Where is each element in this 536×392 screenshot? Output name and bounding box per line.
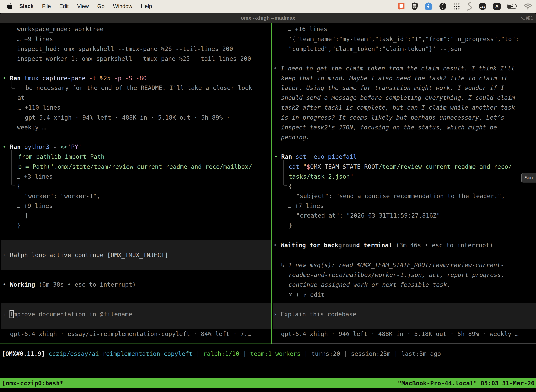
tmux-session-label[interactable]: [omx-cczip0:bash*: [0, 378, 63, 388]
terminal-line: … +110 lines: [17, 103, 61, 112]
terminal-line: gpt-5.4 xhigh · essay/ai-reimplementatio…: [10, 329, 251, 339]
battery-61-icon[interactable]: ..61: [479, 2, 487, 10]
terminal-line: • I need to get the claim token from the…: [273, 63, 515, 73]
snake-icon[interactable]: [467, 2, 472, 10]
terminal-line: "subject": "send a concise recommendatio…: [296, 191, 505, 201]
a-key-icon[interactable]: A: [493, 2, 501, 10]
terminal-line: tasks/task-2.json": [289, 172, 353, 182]
screen: SlackFileEditViewGoWindowHelp ..61: [0, 0, 536, 392]
left-pane-bottom-border: [0, 344, 272, 344]
terminal-line: › Improve documentation in @filename: [3, 309, 132, 319]
terminal-line: "created_at": "2026-03-31T11:59:27.816Z": [296, 210, 440, 220]
dots-grid-icon[interactable]: [453, 2, 460, 10]
menu-item-view[interactable]: View: [77, 3, 89, 9]
screenshot-notification[interactable]: Scre: [521, 173, 536, 182]
terminal-line: … +9 lines: [17, 34, 53, 44]
chat-bubble-icon[interactable]: [397, 2, 405, 10]
terminal-line: • Ran python3 - <<'PY': [3, 142, 82, 152]
terminal-line: ⌥ + ↑ edit: [289, 290, 325, 300]
window-shortcut-badge: ⌥⌘1: [519, 15, 534, 21]
terminal-line: from pathlib import Path: [18, 152, 105, 162]
crescent-circle-icon[interactable]: [439, 2, 447, 10]
terminal-line: [OMX#0.11.9] cczip/essay/ai-reimplementa…: [2, 349, 441, 359]
apple-menu-icon[interactable]: [7, 2, 14, 10]
output-gutter-line: [11, 150, 15, 186]
terminal-line: › Explain this codebase: [273, 309, 356, 319]
menu-item-go[interactable]: Go: [97, 3, 105, 9]
terminal-line: {: [17, 181, 21, 191]
terminal-line: inspect task2's JSON, focusing on the st…: [281, 122, 497, 132]
menu-item-help[interactable]: Help: [141, 3, 152, 9]
pane-divider[interactable]: [271, 23, 272, 344]
terminal-line: {: [289, 181, 292, 191]
shield-grid-icon[interactable]: [411, 2, 418, 10]
terminal-line: should send a message before completing …: [281, 93, 515, 103]
terminal-line: … +16 lines: [288, 24, 327, 34]
terminal-line: be necessary for the end of the README. …: [25, 83, 252, 93]
terminal-line: "completed","claim_token":"claim-token"}…: [289, 44, 461, 54]
menu-item-slack[interactable]: Slack: [19, 3, 34, 9]
terminal-line: gpt-5.4 xhigh · 94% left · 488K in · 5.1…: [25, 112, 230, 122]
terminal-line: … +9 lines: [17, 201, 53, 211]
terminal-line: • Waiting for background terminal (3m 46…: [273, 240, 493, 250]
terminal-line: task2 after task1 is complete, but can I…: [281, 103, 515, 112]
output-gutter-line: [283, 160, 287, 186]
menu-bar: SlackFileEditViewGoWindowHelp ..61: [0, 0, 536, 13]
terminal-line: gpt-5.4 xhigh · 94% left · 488K in · 5.1…: [281, 329, 519, 339]
terminal-line: • Working (6m 38s • esc to interrupt): [3, 280, 136, 289]
terminal-line: '{"team_name":"my-team","task_id":"1","f…: [289, 34, 519, 44]
terminal-line: ↳ 1 new msg(s): read $OMX_TEAM_STATE_ROO…: [281, 260, 504, 270]
window-title: omx --xhigh --madmax: [0, 15, 536, 21]
menu-status-icons: ..61 A: [397, 2, 532, 10]
hexagon-bolt-icon[interactable]: [425, 2, 432, 10]
battery-charging-icon[interactable]: [507, 4, 517, 9]
menu-item-window[interactable]: Window: [113, 3, 132, 9]
terminal-line: ]: [25, 210, 28, 220]
terminal-line: continue assigned work or next feasible …: [289, 280, 450, 289]
right-pane-bottom-border: [272, 344, 536, 344]
terminal-line: readme-and-reco/mailbox/worker-1.json, a…: [289, 270, 505, 280]
terminal-line: inspect_hud: omx sparkshell --tmux-pane …: [17, 44, 233, 54]
terminal-line: later. Using the same for transition mig…: [281, 83, 504, 93]
menu-item-edit[interactable]: Edit: [59, 3, 69, 9]
terminal-line: inspect_worker-1: omx sparkshell --tmux-…: [17, 54, 251, 64]
terminal-line: • Ran tmux capture-pane -t %25 -p -S -80: [3, 73, 147, 83]
terminal-line: › Ralph loop active continue [OMX_TMUX_I…: [3, 250, 168, 260]
terminal-line: "worker": "worker-1",: [25, 191, 100, 201]
svg-text:A: A: [495, 4, 499, 9]
battery-badge-text: ..61: [480, 5, 485, 9]
tmux-host-clock: "MacBook-Pro-44.local" 05:03 31-Mar-26: [398, 378, 536, 388]
terminal-line: cat "$OMX_TEAM_STATE_ROOT/team/review-cu…: [289, 162, 512, 172]
terminal-line: … +7 lines: [288, 201, 324, 211]
menu-items: SlackFileEditViewGoWindowHelp: [19, 3, 152, 9]
screenshot-notification-text: Scre: [524, 175, 535, 181]
terminal-line: }: [289, 220, 292, 230]
terminal-line: p = Path('.omx/state/team/review-current…: [18, 162, 252, 172]
terminal-line: … +3 lines: [17, 172, 53, 182]
terminal-line: • Ran set -euo pipefail: [274, 152, 357, 162]
menu-item-file[interactable]: File: [42, 3, 51, 9]
terminal-line: at: [17, 93, 25, 103]
terminal-line: pending.: [281, 132, 310, 142]
tmux-status-bar: [omx-cczip0:bash* "MacBook-Pro-44.local"…: [0, 378, 536, 388]
terminal-line: weekly …: [17, 122, 46, 132]
wifi-icon[interactable]: [524, 3, 532, 9]
terminal-line: }: [17, 220, 21, 230]
terminal-line: is in progress? It seems likely but perh…: [281, 112, 504, 122]
terminal-line: keep that in mind. Maybe I also need the…: [281, 73, 508, 83]
terminal-line: workspace_mode: worktree: [17, 24, 103, 34]
terminal: Scre workspace_mode: worktree… +9 linesi…: [0, 23, 536, 392]
